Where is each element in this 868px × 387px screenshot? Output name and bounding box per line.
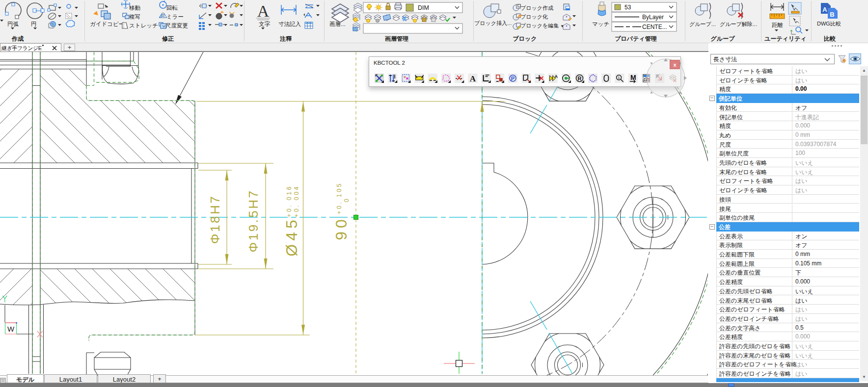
- svg-text:A: A: [822, 6, 827, 13]
- svg-text:A: A: [555, 74, 558, 79]
- svg-text:+0. 016: +0. 016: [286, 185, 293, 217]
- svg-text:Φ18H7: Φ18H7: [208, 195, 222, 244]
- svg-text:1: 1: [618, 76, 620, 80]
- svg-text:+0. 105: +0. 105: [336, 182, 343, 214]
- svg-text:90: 90: [332, 216, 350, 240]
- svg-text:CENTE...: CENTE...: [642, 24, 667, 30]
- svg-text:R: R: [578, 76, 582, 81]
- svg-text:P: P: [511, 76, 515, 81]
- svg-text:0: 0: [343, 197, 350, 202]
- svg-text:Ø45: Ø45: [283, 216, 300, 256]
- svg-text:B: B: [830, 11, 834, 18]
- svg-text:A: A: [257, 2, 270, 20]
- svg-text:W: W: [7, 325, 15, 333]
- svg-text:+0. 004: +0. 004: [293, 185, 300, 217]
- svg-text:53: 53: [624, 4, 631, 11]
- svg-text:ByLayer: ByLayer: [642, 14, 664, 21]
- svg-text:A: A: [470, 74, 476, 83]
- svg-text:Φ19.5H7: Φ19.5H7: [246, 189, 261, 252]
- svg-text:DIM: DIM: [418, 4, 429, 11]
